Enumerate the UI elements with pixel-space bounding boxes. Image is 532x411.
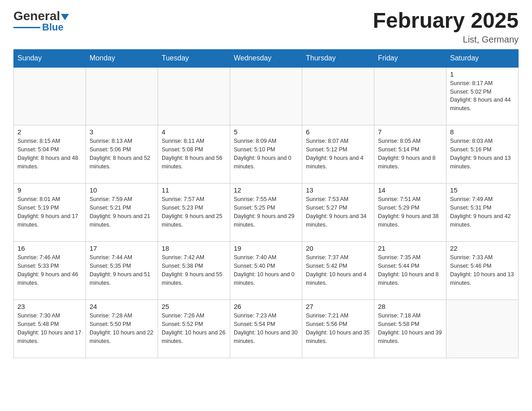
- calendar-cell: 8Sunrise: 8:03 AM Sunset: 5:16 PM Daylig…: [446, 125, 519, 184]
- calendar-header-row: SundayMondayTuesdayWednesdayThursdayFrid…: [14, 49, 519, 67]
- logo-blue-text: Blue: [42, 21, 64, 33]
- day-number: 5: [234, 128, 298, 136]
- calendar-cell: 22Sunrise: 7:33 AM Sunset: 5:46 PM Dayli…: [446, 242, 519, 300]
- day-info: Sunrise: 8:03 AM Sunset: 5:16 PM Dayligh…: [450, 137, 515, 171]
- day-number: 21: [378, 244, 442, 252]
- calendar-cell: 5Sunrise: 8:09 AM Sunset: 5:10 PM Daylig…: [230, 125, 302, 184]
- day-info: Sunrise: 8:15 AM Sunset: 5:04 PM Dayligh…: [17, 137, 82, 171]
- calendar-cell: [302, 67, 374, 125]
- calendar-cell: 17Sunrise: 7:44 AM Sunset: 5:35 PM Dayli…: [86, 242, 158, 300]
- logo: General Blue: [13, 9, 70, 33]
- calendar-cell: 11Sunrise: 7:57 AM Sunset: 5:23 PM Dayli…: [158, 184, 230, 242]
- calendar-cell: 19Sunrise: 7:40 AM Sunset: 5:40 PM Dayli…: [230, 242, 302, 300]
- day-number: 22: [450, 244, 515, 252]
- calendar-cell: 23Sunrise: 7:30 AM Sunset: 5:48 PM Dayli…: [14, 300, 86, 358]
- day-info: Sunrise: 7:26 AM Sunset: 5:52 PM Dayligh…: [162, 312, 226, 345]
- calendar-cell: [446, 300, 519, 358]
- day-info: Sunrise: 7:30 AM Sunset: 5:48 PM Dayligh…: [17, 312, 82, 345]
- calendar-cell: 4Sunrise: 8:11 AM Sunset: 5:08 PM Daylig…: [158, 125, 230, 184]
- day-number: 20: [306, 244, 370, 252]
- day-number: 27: [306, 303, 370, 310]
- day-number: 19: [234, 244, 298, 252]
- calendar-cell: 9Sunrise: 8:01 AM Sunset: 5:19 PM Daylig…: [14, 184, 86, 242]
- day-number: 12: [234, 186, 298, 194]
- calendar-header-thursday: Thursday: [302, 49, 374, 67]
- day-info: Sunrise: 8:17 AM Sunset: 5:02 PM Dayligh…: [450, 79, 515, 113]
- calendar-header-friday: Friday: [374, 49, 446, 67]
- calendar-cell: 26Sunrise: 7:23 AM Sunset: 5:54 PM Dayli…: [230, 300, 302, 358]
- day-info: Sunrise: 8:07 AM Sunset: 5:12 PM Dayligh…: [306, 137, 370, 171]
- calendar-cell: 18Sunrise: 7:42 AM Sunset: 5:38 PM Dayli…: [158, 242, 230, 300]
- calendar-week-1: 1Sunrise: 8:17 AM Sunset: 5:02 PM Daylig…: [14, 67, 519, 125]
- calendar-cell: 2Sunrise: 8:15 AM Sunset: 5:04 PM Daylig…: [14, 125, 86, 184]
- calendar-week-5: 23Sunrise: 7:30 AM Sunset: 5:48 PM Dayli…: [14, 300, 519, 358]
- calendar-cell: 7Sunrise: 8:05 AM Sunset: 5:14 PM Daylig…: [374, 125, 446, 184]
- day-info: Sunrise: 7:37 AM Sunset: 5:42 PM Dayligh…: [306, 253, 370, 287]
- calendar-cell: 10Sunrise: 7:59 AM Sunset: 5:21 PM Dayli…: [86, 184, 158, 242]
- calendar-cell: 20Sunrise: 7:37 AM Sunset: 5:42 PM Dayli…: [302, 242, 374, 300]
- calendar-cell: [374, 67, 446, 125]
- day-number: 25: [162, 303, 226, 310]
- calendar-header-saturday: Saturday: [446, 49, 519, 67]
- calendar-cell: 14Sunrise: 7:51 AM Sunset: 5:29 PM Dayli…: [374, 184, 446, 242]
- calendar-cell: 16Sunrise: 7:46 AM Sunset: 5:33 PM Dayli…: [14, 242, 86, 300]
- day-info: Sunrise: 8:11 AM Sunset: 5:08 PM Dayligh…: [162, 137, 226, 171]
- calendar-header-wednesday: Wednesday: [230, 49, 302, 67]
- calendar-table: SundayMondayTuesdayWednesdayThursdayFrid…: [13, 49, 519, 359]
- day-number: 7: [378, 128, 442, 136]
- calendar-cell: 12Sunrise: 7:55 AM Sunset: 5:25 PM Dayli…: [230, 184, 302, 242]
- day-number: 17: [90, 244, 154, 252]
- day-number: 4: [162, 128, 226, 136]
- calendar-header-sunday: Sunday: [14, 49, 86, 67]
- day-number: 13: [306, 186, 370, 194]
- day-number: 8: [450, 128, 515, 136]
- day-number: 15: [450, 186, 515, 194]
- calendar-header-tuesday: Tuesday: [158, 49, 230, 67]
- day-info: Sunrise: 7:55 AM Sunset: 5:25 PM Dayligh…: [234, 195, 298, 229]
- calendar-cell: 3Sunrise: 8:13 AM Sunset: 5:06 PM Daylig…: [86, 125, 158, 184]
- calendar-cell: 1Sunrise: 8:17 AM Sunset: 5:02 PM Daylig…: [446, 67, 519, 125]
- day-info: Sunrise: 8:05 AM Sunset: 5:14 PM Dayligh…: [378, 137, 442, 171]
- calendar-cell: 25Sunrise: 7:26 AM Sunset: 5:52 PM Dayli…: [158, 300, 230, 358]
- calendar-cell: 24Sunrise: 7:28 AM Sunset: 5:50 PM Dayli…: [86, 300, 158, 358]
- day-number: 2: [17, 128, 82, 136]
- day-info: Sunrise: 7:42 AM Sunset: 5:38 PM Dayligh…: [162, 253, 226, 287]
- day-info: Sunrise: 7:44 AM Sunset: 5:35 PM Dayligh…: [90, 253, 154, 287]
- calendar-cell: 21Sunrise: 7:35 AM Sunset: 5:44 PM Dayli…: [374, 242, 446, 300]
- calendar-cell: 15Sunrise: 7:49 AM Sunset: 5:31 PM Dayli…: [446, 184, 519, 242]
- day-number: 14: [378, 186, 442, 194]
- calendar-cell: [14, 67, 86, 125]
- calendar-cell: 28Sunrise: 7:18 AM Sunset: 5:58 PM Dayli…: [374, 300, 446, 358]
- day-number: 11: [162, 186, 226, 194]
- calendar-cell: 27Sunrise: 7:21 AM Sunset: 5:56 PM Dayli…: [302, 300, 374, 358]
- calendar-cell: [158, 67, 230, 125]
- day-info: Sunrise: 7:35 AM Sunset: 5:44 PM Dayligh…: [378, 253, 442, 287]
- title-section: February 2025 List, Germany: [373, 9, 519, 45]
- day-info: Sunrise: 7:51 AM Sunset: 5:29 PM Dayligh…: [378, 195, 442, 229]
- day-info: Sunrise: 7:23 AM Sunset: 5:54 PM Dayligh…: [234, 312, 298, 345]
- calendar-cell: [86, 67, 158, 125]
- calendar-cell: 6Sunrise: 8:07 AM Sunset: 5:12 PM Daylig…: [302, 125, 374, 184]
- day-number: 18: [162, 244, 226, 252]
- day-info: Sunrise: 7:21 AM Sunset: 5:56 PM Dayligh…: [306, 312, 370, 345]
- day-info: Sunrise: 8:13 AM Sunset: 5:06 PM Dayligh…: [90, 137, 154, 171]
- day-info: Sunrise: 7:28 AM Sunset: 5:50 PM Dayligh…: [90, 312, 154, 345]
- page-header: General Blue February 2025 List, Germany: [13, 9, 519, 45]
- day-number: 26: [234, 303, 298, 310]
- calendar-week-4: 16Sunrise: 7:46 AM Sunset: 5:33 PM Dayli…: [14, 242, 519, 300]
- day-info: Sunrise: 8:09 AM Sunset: 5:10 PM Dayligh…: [234, 137, 298, 171]
- day-number: 24: [90, 303, 154, 310]
- day-number: 10: [90, 186, 154, 194]
- day-number: 3: [90, 128, 154, 136]
- calendar-week-2: 2Sunrise: 8:15 AM Sunset: 5:04 PM Daylig…: [14, 125, 519, 184]
- day-info: Sunrise: 7:59 AM Sunset: 5:21 PM Dayligh…: [90, 195, 154, 229]
- calendar-cell: [230, 67, 302, 125]
- day-info: Sunrise: 7:46 AM Sunset: 5:33 PM Dayligh…: [17, 253, 82, 287]
- day-info: Sunrise: 8:01 AM Sunset: 5:19 PM Dayligh…: [17, 195, 82, 229]
- calendar-cell: 13Sunrise: 7:53 AM Sunset: 5:27 PM Dayli…: [302, 184, 374, 242]
- day-info: Sunrise: 7:49 AM Sunset: 5:31 PM Dayligh…: [450, 195, 515, 229]
- day-number: 1: [450, 70, 515, 78]
- day-info: Sunrise: 7:40 AM Sunset: 5:40 PM Dayligh…: [234, 253, 298, 287]
- day-info: Sunrise: 7:33 AM Sunset: 5:46 PM Dayligh…: [450, 253, 515, 287]
- day-number: 9: [17, 186, 82, 194]
